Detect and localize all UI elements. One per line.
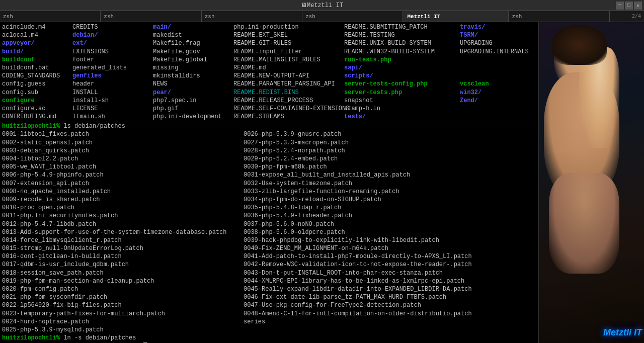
patch-entry: 0019-php-fpm-man-section-and-cleanup.pat…: [2, 277, 244, 285]
file-listing: acinclude.m4 aclocal.m4 appveyor/ build/…: [0, 22, 538, 122]
file-entry: [460, 72, 536, 80]
tab-bar: zsh zsh zsh zsh Metztli IT zsh 2/4: [0, 11, 644, 22]
file-entry: php.ini-development: [153, 113, 229, 121]
tab-zsh-3[interactable]: zsh: [202, 11, 302, 22]
tab-metztli-label: Metztli IT: [407, 14, 440, 20]
tab-zsh-2-label: zsh: [104, 14, 114, 20]
patch-entry: 0015-strcmp_null-OnUpdateErrorLog.patch: [2, 244, 244, 252]
file-entry: CREDITS: [72, 23, 149, 31]
patch-entry: 0032-Use-system-timezone.patch: [244, 180, 515, 188]
ls-cmd: huitzilopochtli% ls debian/patches: [2, 122, 536, 130]
tab-extra-label: 2/4: [632, 14, 641, 19]
patch-entry: 0016-dont-gitclean-in-build.patch: [2, 252, 244, 261]
patch-entry: 0001-libtool_fixes.patch: [2, 130, 244, 138]
patch-entry: 0024-hurd-noptrace.patch: [2, 318, 244, 326]
patch-entry: 0027-php-5.3.3-macropen.patch: [244, 139, 515, 147]
file-entry: Makefile.global: [153, 56, 229, 64]
patch-entry: 0041-Add-patch-to-install-php7-module-di…: [244, 252, 515, 261]
patch-entry: 0043-Don-t-put-INSTALL_ROOT-into-phar-ex…: [244, 269, 515, 277]
file-entry: php7.spec.in: [153, 97, 229, 105]
file-entry: acinclude.m4: [2, 23, 68, 31]
tab-metztli[interactable]: Metztli IT: [403, 11, 509, 22]
patch-entry: 0002-static_openssl.patch: [2, 139, 244, 147]
tab-zsh-4[interactable]: zsh: [302, 11, 403, 22]
file-entry: vcsclean: [460, 80, 536, 88]
file-col-5: README.SUBMITTING_PATCH README.TESTING R…: [342, 23, 458, 121]
file-entry: UPGRADING.INTERNALS: [460, 48, 536, 56]
file-col-4: php.ini-production README.EXT_SKEL READM…: [231, 23, 342, 121]
lower-shape: [549, 173, 619, 274]
patch-entry: 0028-php-5.2.4-norpath.patch: [244, 147, 515, 155]
file-entry: README.GIT-RULES: [233, 39, 340, 47]
tab-zsh-3-label: zsh: [205, 14, 215, 20]
titlebar-title: Metztli IT: [307, 2, 343, 9]
file-entry: README.STREAMS: [233, 113, 340, 121]
file-entry: stamp-h.in: [344, 105, 456, 113]
patch-entry: 0004-libtool2.2.patch: [2, 155, 244, 163]
file-entry: [460, 56, 536, 64]
hair-shape: [551, 25, 607, 65]
patch-entry: 0048-Amend-C-11-for-intl-compilation-on-…: [244, 310, 515, 318]
file-entry: pear/: [153, 89, 229, 97]
tab-zsh-1[interactable]: zsh: [0, 11, 101, 22]
file-entry: scripts/: [344, 72, 456, 80]
tab-extra: 2/4: [610, 11, 644, 22]
main-content: acinclude.m4 aclocal.m4 appveyor/ build/…: [0, 22, 644, 343]
file-entry: buildconf.bat: [2, 64, 68, 72]
file-entry: README.MAILINGLIST_RULES: [233, 56, 340, 64]
patch-entry: 0046-Fix-ext-date-lib-parse_tz-PATH_MAX-…: [244, 293, 515, 301]
tab-zsh-5-label: zsh: [512, 14, 522, 20]
patch-entry: 0005-we_WANT_libtool.patch: [2, 163, 244, 171]
tab-zsh-5[interactable]: zsh: [509, 11, 609, 22]
file-entry: mkinstalldirs: [153, 72, 229, 80]
file-entry: CODING_STANDARDS: [2, 72, 68, 80]
file-col-2: CREDITS debian/ ext/ EXTENSIONS footer g…: [70, 23, 151, 121]
patch-entry: 0040-Fix-ZEND_MM_ALIGNMENT-on-m64k.patch: [244, 244, 515, 252]
file-entry: README.EXT_SKEL: [233, 31, 340, 39]
file-entry: sapi/: [344, 64, 456, 72]
file-entry: configure.ac: [2, 105, 68, 113]
patch-entry: 0009-recode_is_shared.patch: [2, 196, 244, 204]
file-entry: README.input_filter: [233, 48, 340, 56]
file-entry: snapshot: [344, 97, 456, 105]
file-entry: README.TESTING: [344, 31, 456, 39]
window-controls[interactable]: ─ □ ✕: [616, 2, 642, 10]
file-entry: debian/: [72, 31, 149, 39]
patch-entry: 0037-php-5.6.0-noNO.patch: [244, 220, 515, 228]
patch-entry: 0031-expose_all_built_and_installed_apis…: [244, 171, 515, 179]
file-entry: Makefile.frag: [153, 39, 229, 47]
file-entry: Makefile.gcov: [153, 48, 229, 56]
patch-entry: 0030-php-fpm-m68k.patch: [244, 163, 515, 171]
file-entry: config.sub: [2, 89, 68, 97]
file-entry: ext/: [72, 39, 149, 47]
file-entry: LICENSE: [72, 105, 149, 113]
file-entry: run-tests.php: [344, 56, 456, 64]
tab-zsh-2[interactable]: zsh: [101, 11, 201, 22]
patch-entry: series: [244, 318, 515, 326]
patch-entry: 0038-php-5.6.0-oldpcre.patch: [244, 228, 515, 236]
file-entry: build/: [2, 48, 68, 56]
file-entry: INSTALL: [72, 89, 149, 97]
file-entry: win32/: [460, 89, 536, 97]
file-entry: appveyor/: [2, 39, 68, 47]
patch-entry: 0023-temporary-path-fixes-for-multiarch.…: [2, 310, 244, 318]
patch-entry: 0036-php-5.4.9-fixheader.patch: [244, 212, 515, 220]
titlebar-icon: 🖥: [301, 2, 307, 9]
patch-entry: 0034-php-fpm-do-reload-on-SIGHUP.patch: [244, 196, 515, 204]
minimize-button[interactable]: ─: [616, 2, 624, 10]
patch-entry: 0020-fpm-config.patch: [2, 285, 244, 293]
maximize-button[interactable]: □: [625, 2, 633, 10]
close-button[interactable]: ✕: [634, 2, 642, 10]
file-col-6: travis/ TSRM/ UPGRADING UPGRADING.INTERN…: [458, 23, 538, 121]
file-entry: server-tests.php: [344, 89, 456, 97]
patch-entry: 0021-php-fpm-sysconfdir.patch: [2, 293, 244, 301]
patches-section: huitzilopochtli% ls debian/patches 0001-…: [0, 122, 538, 343]
patch-entry: 0018-session_save_path.patch: [2, 269, 244, 277]
patch-entry: 0033-zlib-largefile-function-renaming.pa…: [244, 188, 515, 196]
patch-entry: 0026-php-5.3.9-gnusrc.patch: [244, 130, 515, 138]
tab-zsh-4-label: zsh: [305, 14, 315, 20]
patch-entry: 0044-XMLRPC-EPI-library-has-to-be-linked…: [244, 277, 515, 285]
file-entry: php.ini-production: [233, 23, 340, 31]
file-entry: README.RELEASE_PROCESS: [233, 97, 340, 105]
file-entry: EXTENSIONS: [72, 48, 149, 56]
